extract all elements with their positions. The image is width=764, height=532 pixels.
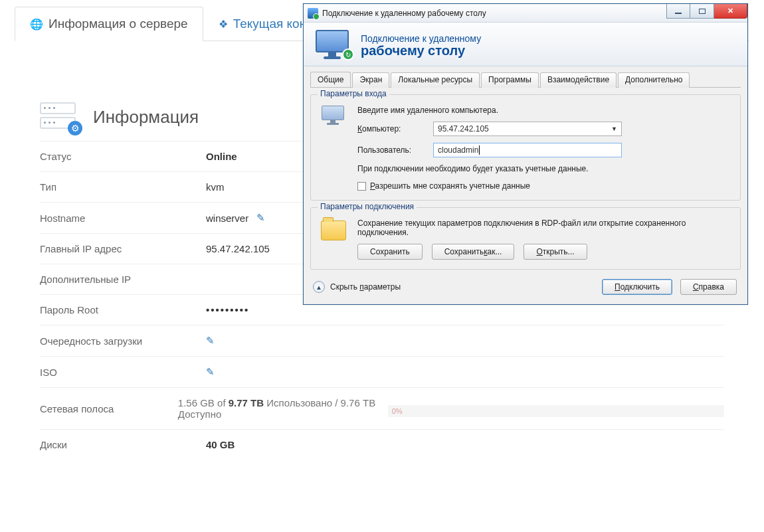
save-as-button[interactable]: Сохранить как... — [432, 244, 515, 260]
edit-boot-order-icon[interactable]: ✎ — [206, 335, 215, 347]
computer-icon — [322, 106, 345, 126]
minimize-button[interactable] — [666, 4, 690, 19]
login-fieldset: Параметры входа Введите имя удаленного к… — [310, 94, 741, 201]
main-ip-value: 95.47.242.105 — [206, 243, 270, 254]
login-legend: Параметры входа — [318, 89, 389, 98]
dlg-tab-experience[interactable]: Взаимодействие — [540, 72, 617, 88]
rdp-dialog: Подключение к удаленному рабочему столу … — [303, 3, 748, 305]
dialog-title: Подключение к удаленному рабочему столу — [322, 9, 486, 18]
dlg-tab-display[interactable]: Экран — [352, 72, 389, 88]
chevron-down-icon: ▼ — [611, 126, 617, 132]
checkbox-icon — [357, 182, 366, 191]
folder-icon — [321, 221, 346, 240]
tab-label: Информация о сервере — [48, 17, 188, 31]
login-hint: При подключении необходимо будет указать… — [357, 164, 636, 173]
computer-combo[interactable]: 95.47.242.105 ▼ — [433, 122, 622, 136]
hide-params-toggle[interactable]: ▲ Скрыть параметры — [313, 281, 401, 293]
computer-value: 95.47.242.105 — [438, 124, 489, 133]
edit-iso-icon[interactable]: ✎ — [206, 366, 215, 378]
bandwidth-cell: 1.56 GB of 9.77 TB Использовано / 9.76 T… — [178, 397, 724, 420]
hostname-value: winserver — [206, 213, 248, 224]
open-button[interactable]: Открыть... — [524, 244, 587, 260]
conn-legend: Параметры подключения — [318, 202, 417, 211]
conn-text: Сохранение текущих параметров подключени… — [357, 219, 703, 237]
row-bandwidth: Сетевая полоса 1.56 GB of 9.77 TB Исполь… — [40, 387, 724, 429]
type-value: kvm — [206, 181, 225, 193]
root-pw-value: ••••••••• — [206, 304, 249, 315]
tab-server-info[interactable]: 🌐 Информация о сервере — [15, 7, 203, 41]
bandwidth-bar: 0% — [388, 405, 724, 417]
tab-label: Текущая кон — [233, 17, 306, 31]
dialog-titlebar[interactable]: Подключение к удаленному рабочему столу … — [304, 4, 747, 23]
login-intro: Введите имя удаленного компьютера. — [357, 106, 732, 115]
close-button[interactable]: ✕ — [714, 4, 747, 19]
row-disks: Диски40 GB — [40, 429, 724, 460]
rdp-app-icon — [308, 8, 318, 19]
computer-label: Компьютер: — [357, 124, 433, 133]
dialog-banner: ↻ Подключение к удаленному рабочему стол… — [304, 23, 747, 66]
connection-fieldset: Параметры подключения Сохранение текущих… — [310, 207, 741, 270]
maximize-button[interactable] — [690, 4, 714, 19]
row-boot-order: Очередность загрузки✎ — [40, 325, 724, 356]
dlg-tab-general[interactable]: Общие — [310, 72, 351, 87]
globe-icon: 🌐 — [30, 18, 43, 31]
cubes-icon: ❖ — [219, 18, 228, 31]
monitor-icon: ↻ — [316, 30, 350, 59]
dialog-tabs: Общие Экран Локальные ресурсы Программы … — [310, 72, 741, 88]
dlg-tab-programs[interactable]: Программы — [481, 72, 539, 88]
edit-hostname-icon[interactable]: ✎ — [256, 212, 265, 224]
connect-button[interactable]: Подключить — [602, 279, 672, 295]
save-button[interactable]: Сохранить — [357, 244, 423, 260]
help-button[interactable]: Справка — [680, 279, 737, 295]
disks-value: 40 GB — [206, 439, 235, 450]
remember-checkbox[interactable]: Разрешить мне сохранять учетные данные — [357, 181, 732, 191]
user-input[interactable]: cloudadmin — [433, 143, 622, 157]
section-title: Информация — [93, 107, 199, 128]
user-label: Пользователь: — [357, 145, 433, 155]
row-iso: ISO✎ — [40, 356, 724, 387]
dlg-tab-advanced[interactable]: Дополнительно — [618, 72, 690, 88]
server-gear-icon: ⚙ — [40, 102, 78, 132]
chevron-up-icon: ▲ — [313, 281, 325, 293]
dlg-tab-local-resources[interactable]: Локальные ресурсы — [391, 72, 480, 88]
status-value: Online — [206, 151, 237, 162]
banner-line2: рабочему столу — [361, 44, 481, 56]
